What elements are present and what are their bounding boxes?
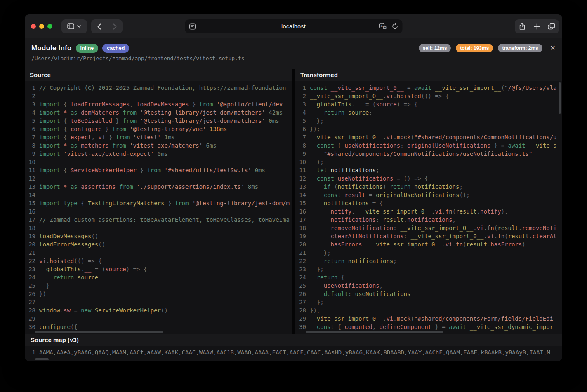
code-line: 8 const { useNotifications: originalUseN…: [295, 141, 562, 150]
line-number: 2: [295, 92, 310, 100]
code-line: 11 let notifications;: [295, 166, 562, 174]
line-number: 5: [25, 117, 39, 125]
chevron-left-icon: [97, 23, 101, 30]
code-line: 1// Copyright (C) 2012-2025 Zammad Found…: [25, 84, 292, 92]
line-number: 16: [25, 207, 39, 216]
line-number: 6: [25, 125, 39, 133]
line-number: 19: [295, 232, 310, 240]
code-line: 20 hasErrors: __vite_ssr_import_0__.vi.f…: [295, 240, 562, 249]
line-number: 21: [25, 249, 39, 257]
line-number: 14: [295, 191, 310, 199]
code-line: 13 if (notifications) return notificatio…: [295, 183, 562, 191]
line-number: 30: [25, 323, 39, 331]
sourcemap-title: Source map (v3): [25, 334, 562, 346]
new-tab-button[interactable]: [530, 19, 545, 33]
code-line: 22 return notifications;: [295, 257, 562, 265]
sourcemap-content[interactable]: 1 AAMA;AAeA,yBAAG,QAAQ,MAAM;AACf,aAAW,KA…: [25, 346, 562, 361]
line-number: 11: [25, 166, 39, 174]
source-horizontal-scrollbar[interactable]: [35, 331, 163, 333]
line-number: 28: [295, 306, 310, 315]
code-line: 12 const useNotifications = () => {: [295, 174, 562, 183]
code-line: 19 clearAllNotifications: __vite_ssr_imp…: [295, 232, 562, 240]
line-number: 16: [295, 207, 310, 216]
transformed-panel: Transformed 1const __vite_ssr_import_0__…: [295, 69, 562, 334]
code-line: 7__vite_ssr_import_0__.vi.mock("#shared/…: [295, 133, 562, 141]
code-line: 4 return source;: [295, 108, 562, 117]
transformed-code[interactable]: 1const __vite_ssr_import_0__ = await __v…: [295, 81, 562, 334]
code-line: 11import { ServiceWorkerHelper } from '#…: [25, 166, 292, 174]
sidebar-toggle-button[interactable]: [61, 19, 87, 33]
tab-overview-button[interactable]: [544, 19, 559, 33]
sourcemap-horizontal-scrollbar[interactable]: [35, 358, 49, 360]
line-number: 25: [25, 282, 39, 290]
code-line: 14: [25, 191, 292, 199]
address-bar[interactable]: localhost A ★: [185, 19, 402, 33]
code-line: 13import * as assertions from './support…: [25, 183, 292, 191]
line-number: 8: [295, 141, 310, 150]
svg-text:★: ★: [384, 26, 386, 29]
code-line: 27: [25, 298, 292, 306]
line-number: 5: [295, 117, 310, 125]
code-line: 24 return source: [25, 273, 292, 282]
back-button[interactable]: [91, 19, 107, 33]
line-number: 9: [25, 150, 39, 158]
zoom-window-button[interactable]: [47, 24, 52, 29]
line-number: 10: [295, 158, 310, 166]
code-line: 14 const result = originalUseNotificatio…: [295, 191, 562, 199]
transformed-horizontal-scrollbar[interactable]: [306, 331, 443, 333]
code-line: 23 };: [295, 265, 562, 273]
close-button[interactable]: ✕: [550, 45, 556, 52]
line-number: 26: [295, 290, 310, 298]
line-number: 27: [25, 298, 39, 306]
code-line: 9 "#shared/components/CommonNotification…: [295, 150, 562, 158]
code-line: 3import { loadErrorMessages, loadDevMess…: [25, 100, 292, 108]
code-line: 3 globalThis.__ = (source) => {: [295, 100, 562, 108]
inspect-page: Module Info inline cached /Users/vladimi…: [25, 38, 562, 361]
source-panel-title: Source: [25, 69, 292, 81]
share-icon: [519, 23, 526, 30]
forward-button[interactable]: [107, 19, 123, 33]
chevron-down-icon: [77, 25, 81, 28]
reload-icon[interactable]: [391, 23, 398, 30]
code-line: 15import type { TestingLibraryMatchers }…: [25, 199, 292, 207]
line-number: 18: [25, 224, 39, 232]
line-number: 11: [295, 166, 310, 174]
code-line: 9import 'vitest-axe/extend-expect' 0ms: [25, 150, 292, 158]
nav-buttons: [91, 19, 123, 33]
code-panels: Source 1// Copyright (C) 2012-2025 Zamma…: [25, 69, 562, 334]
line-number: 27: [295, 298, 310, 306]
source-code[interactable]: 1// Copyright (C) 2012-2025 Zammad Found…: [25, 81, 292, 334]
line-number: 15: [295, 199, 310, 207]
line-number: 23: [295, 265, 310, 273]
code-line: 20loadErrorMessages(): [25, 240, 292, 249]
code-line: 8import * as matchers from 'vitest-axe/m…: [25, 141, 292, 150]
code-line: 29__vite_ssr_import_0__.vi.mock("#shared…: [295, 315, 562, 323]
code-line: 5 };: [295, 117, 562, 125]
line-number: 13: [295, 183, 310, 191]
minimize-window-button[interactable]: [39, 24, 44, 29]
code-line: 2__vite_ssr_import_0__.vi.hoisted(() => …: [295, 92, 562, 100]
line-number: 25: [295, 282, 310, 290]
line-number: 1: [295, 84, 310, 92]
sourcemap-mappings: AAMA;AAeA,yBAAG,QAAQ,MAAM;AACf,aAAW,KAAK…: [39, 348, 562, 357]
cached-badge: cached: [102, 44, 129, 53]
plus-icon: [534, 23, 540, 30]
line-number: 30: [295, 323, 310, 331]
line-number: 2: [25, 92, 39, 100]
share-button[interactable]: [515, 19, 530, 33]
transformed-vertical-scrollbar[interactable]: [559, 82, 561, 114]
transformed-panel-title: Transformed: [295, 69, 562, 81]
line-number: 29: [295, 315, 310, 323]
close-window-button[interactable]: [31, 24, 36, 29]
translate-icon[interactable]: A ★: [379, 23, 387, 30]
code-line: 5import { toBeDisabled } from '@testing-…: [25, 117, 292, 125]
code-line: 6});: [295, 125, 562, 133]
line-number: 9: [295, 150, 310, 158]
code-line: 21 };: [295, 249, 562, 257]
line-number: 12: [25, 174, 39, 183]
line-number: 19: [25, 232, 39, 240]
code-line: 26 default: useNotifications: [295, 290, 562, 298]
line-number: 18: [295, 224, 310, 232]
code-line: 12: [25, 174, 292, 183]
code-line: 30configure({: [25, 323, 292, 331]
